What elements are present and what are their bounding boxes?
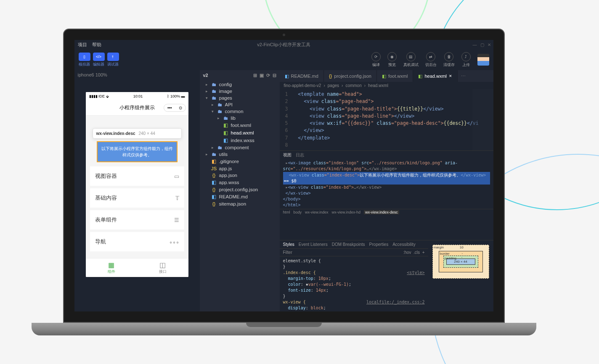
- menu-icon: ☰: [174, 217, 179, 223]
- new-folder-icon[interactable]: ▣: [260, 73, 264, 78]
- code-editor[interactable]: 1 <template name="head"> 2 <view class="…: [280, 89, 493, 150]
- signal-icon: ▮▮▮▮: [89, 94, 98, 98]
- cls-toggle[interactable]: .cls: [413, 250, 420, 255]
- file-appjs[interactable]: JSapp.js: [200, 165, 280, 172]
- tooltip-size: 240 × 44: [139, 131, 155, 136]
- capsule-menu-icon[interactable]: •••: [164, 104, 175, 111]
- phone-tabbar: ▦组件 ◫接口: [86, 258, 188, 277]
- folder-pages[interactable]: ▾🖿pages: [200, 95, 280, 101]
- dom-crumb[interactable]: wx-view.index: [305, 210, 329, 214]
- folder-icon: 🖿: [211, 152, 217, 157]
- list-item-form[interactable]: 表单组件☰: [90, 210, 184, 229]
- list-item-nav[interactable]: 导航∘∘∘: [90, 232, 184, 251]
- container-icon: ▭: [174, 173, 179, 179]
- editor-area: ◧README.md {}project.config.json ◧foot.w…: [280, 70, 493, 311]
- dom-crumb[interactable]: html: [283, 210, 290, 214]
- tab-foot[interactable]: ◧foot.wxml: [377, 70, 413, 82]
- action-compile[interactable]: ⟳编译: [371, 52, 381, 68]
- mode-simulator[interactable]: ▯ 模拟器: [79, 53, 90, 67]
- inspector-tooltip: wx-view.index-desc 240 × 44: [93, 128, 182, 139]
- folder-config[interactable]: ▸🖿config: [200, 81, 280, 88]
- dt-tab-a11y[interactable]: Accessibility: [392, 242, 415, 247]
- tab-component[interactable]: ▦组件: [86, 258, 137, 277]
- tab-projectconfig[interactable]: {}project.config.json: [324, 70, 377, 82]
- dt-tab-dombreak[interactable]: DOM Breakpoints: [332, 242, 365, 247]
- folder-api[interactable]: ▸🖿API: [200, 101, 280, 108]
- file-appjson[interactable]: {}app.json: [200, 172, 280, 179]
- tab-head[interactable]: ◧head.wxml✕: [413, 70, 458, 82]
- action-background[interactable]: ⇄切后台: [425, 52, 437, 68]
- avatar[interactable]: [477, 54, 489, 66]
- device-label[interactable]: iphone6 100%: [74, 70, 200, 79]
- file-readme[interactable]: ◧README.md: [200, 193, 280, 200]
- collapse-icon[interactable]: ⊟: [273, 73, 276, 78]
- wxss-icon: ◧: [211, 179, 217, 185]
- project-root[interactable]: v2: [203, 73, 208, 78]
- maximize-icon[interactable]: ▢: [480, 42, 484, 47]
- dom-crumb[interactable]: body: [294, 210, 302, 214]
- dt-tab-events[interactable]: Event Listeners: [299, 242, 328, 247]
- toolbar: ▯ 模拟器 </> 编辑器 ⫯ 调试器 ⟳编译 ◉预览 ▤真机调试: [74, 49, 493, 70]
- new-file-icon[interactable]: ⊞: [253, 73, 257, 78]
- minimize-icon[interactable]: —: [473, 42, 477, 47]
- css-rules[interactable]: element.style { } .index-desc {<style> m…: [280, 256, 428, 311]
- crumb[interactable]: pages: [328, 83, 339, 88]
- minimap[interactable]: [472, 89, 493, 150]
- action-preview[interactable]: ◉预览: [387, 52, 397, 68]
- refresh-icon[interactable]: ⟳: [266, 73, 270, 78]
- highlighted-element[interactable]: 以下将展示小程序官方组件能力，组件样式仅供参考。: [97, 141, 178, 162]
- file-gitignore[interactable]: ◧.gitignore: [200, 158, 280, 165]
- list-item-view[interactable]: 视图容器▭: [90, 166, 184, 186]
- file-foot[interactable]: ◧foot.wxml: [200, 121, 280, 129]
- dom-crumb[interactable]: wx-view.index-hd: [332, 210, 361, 214]
- tab-api[interactable]: ◫接口: [137, 258, 188, 277]
- editor-tabs: ◧README.md {}project.config.json ◧foot.w…: [280, 70, 493, 82]
- crumb[interactable]: common: [345, 83, 361, 88]
- folder-utils[interactable]: ▸🖿utils: [200, 151, 280, 158]
- tab-close-icon[interactable]: ✕: [449, 74, 452, 78]
- file-sitemap[interactable]: {}sitemap.json: [200, 200, 280, 207]
- upload-icon: ⤴: [461, 52, 471, 61]
- crumb[interactable]: fino-applet-demo-v2: [284, 83, 321, 88]
- mode-debugger[interactable]: ⫯ 调试器: [107, 53, 119, 67]
- midtab-log[interactable]: 日志: [296, 152, 304, 158]
- folder-component[interactable]: ▸🖿component: [200, 144, 280, 151]
- hov-toggle[interactable]: :hov: [403, 250, 411, 255]
- mode-editor[interactable]: </> 编辑器: [93, 53, 105, 67]
- dom-tree[interactable]: ▸<wx-image class="index-logo" src="../re…: [280, 159, 493, 209]
- box-model: margin 10 border - padding - 240 × 44: [428, 240, 493, 311]
- remote-icon: ▤: [406, 52, 416, 61]
- dt-tab-props[interactable]: Properties: [369, 242, 389, 247]
- json-icon: {}: [211, 187, 217, 192]
- tab-readme[interactable]: ◧README.md: [280, 70, 324, 82]
- menu-help[interactable]: 帮助: [92, 42, 101, 48]
- filter-input[interactable]: Filter: [283, 250, 292, 255]
- file-indexwxss[interactable]: ◧index.wxss: [200, 137, 280, 144]
- styles-panel: Styles Event Listeners DOM Breakpoints P…: [280, 240, 428, 311]
- add-rule-icon[interactable]: +: [422, 250, 425, 255]
- action-cache[interactable]: 🗑清缓存: [443, 52, 455, 68]
- midtab-view[interactable]: 视图: [283, 152, 292, 158]
- debug-icon: ⫯: [107, 53, 119, 61]
- js-icon: JS: [211, 166, 217, 171]
- action-remote[interactable]: ▤真机调试: [403, 52, 419, 68]
- menubar: 项目 帮助 v2-FinClip小程序开发工具 — ▢ ✕: [74, 40, 493, 49]
- capsule-close-icon[interactable]: ⊙: [175, 104, 186, 111]
- list-item-basic[interactable]: 基础内容𝕋: [90, 188, 184, 208]
- menu-project[interactable]: 项目: [78, 42, 87, 48]
- close-icon[interactable]: ✕: [488, 42, 491, 47]
- api-icon: ◫: [137, 261, 188, 269]
- file-projectconfig[interactable]: {}project.config.json: [200, 186, 280, 193]
- tab-overflow[interactable]: ⋯: [458, 74, 469, 79]
- file-icon: ◧: [211, 158, 217, 164]
- selected-node[interactable]: <wx-view class="index-desc">以下将展示小程序官方组件…: [283, 172, 490, 185]
- file-head[interactable]: ◧head.wxml: [200, 129, 280, 137]
- file-appwxss[interactable]: ◧app.wxss: [200, 179, 280, 186]
- folder-common[interactable]: ▾🖿common: [200, 108, 280, 115]
- folder-image[interactable]: ▸🖿image: [200, 88, 280, 95]
- dom-crumb[interactable]: wx-view.index-desc: [364, 210, 399, 214]
- crumb[interactable]: head.wxml: [368, 83, 388, 88]
- dt-tab-styles[interactable]: Styles: [283, 242, 294, 247]
- action-upload[interactable]: ⤴上传: [461, 52, 471, 68]
- folder-lib[interactable]: ▸🖿lib: [200, 115, 280, 121]
